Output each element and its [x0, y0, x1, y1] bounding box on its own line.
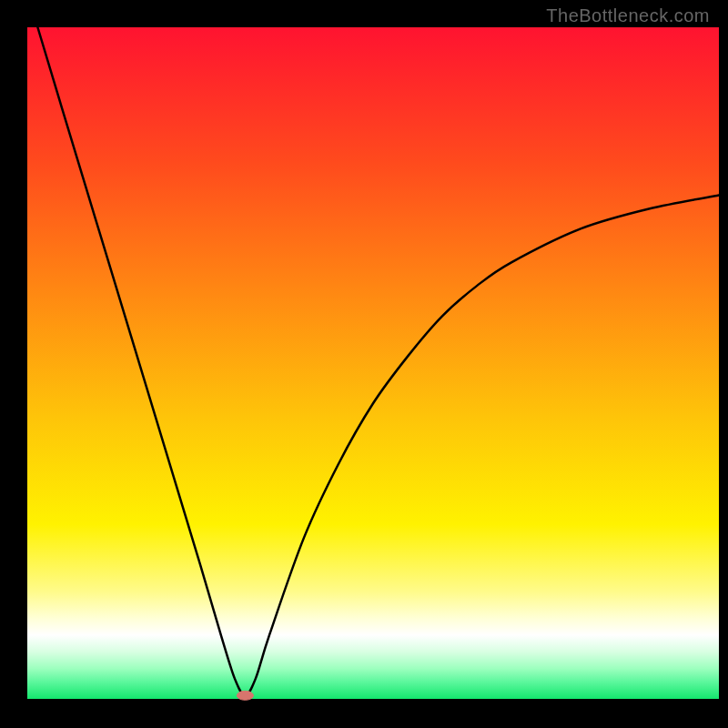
plot-background	[27, 27, 719, 699]
minimum-marker	[237, 691, 253, 700]
bottleneck-curve-plot	[0, 0, 728, 728]
chart-stage: TheBottleneck.com	[0, 0, 728, 728]
